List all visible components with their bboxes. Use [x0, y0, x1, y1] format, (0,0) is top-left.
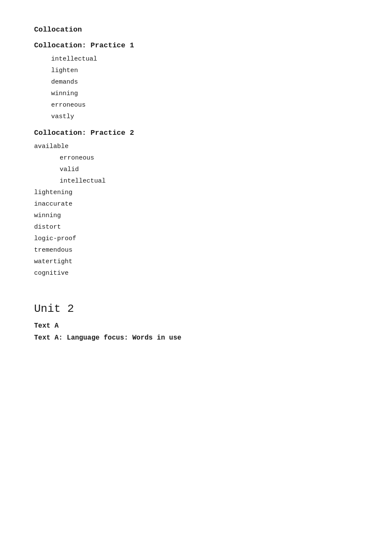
list-item: watertight [34, 258, 358, 265]
list-item: distort [34, 224, 358, 231]
collocation-heading: Collocation [34, 26, 358, 34]
list-item: intellectual [51, 55, 358, 63]
list-item: vastly [51, 113, 358, 120]
practice2-section: Collocation: Practice 2 available errone… [34, 129, 358, 277]
practice1-section: Collocation: Practice 1 intellectual lig… [34, 41, 358, 120]
practice1-heading: Collocation: Practice 1 [34, 41, 358, 49]
list-item: winning [34, 212, 358, 219]
text-a-label: Text A [34, 322, 358, 330]
list-item: lightening [34, 189, 358, 196]
text-a-sublabel: Text A: Language focus: Words in use [34, 334, 358, 342]
list-item: erroneous [60, 154, 358, 162]
practice2-heading: Collocation: Practice 2 [34, 129, 358, 137]
list-item: inaccurate [34, 200, 358, 208]
list-item: logic-proof [34, 235, 358, 242]
collocation-section: Collocation Collocation: Practice 1 inte… [34, 26, 358, 277]
list-item: available [34, 143, 358, 150]
list-item: tremendous [34, 247, 358, 254]
unit2-section: Unit 2 Text A Text A: Language focus: Wo… [34, 302, 358, 342]
list-item: valid [60, 166, 358, 173]
list-item: lighten [51, 67, 358, 74]
list-item: winning [51, 90, 358, 97]
list-item: erroneous [51, 102, 358, 109]
unit2-heading: Unit 2 [34, 302, 358, 315]
list-item: cognitive [34, 270, 358, 277]
list-item: demands [51, 78, 358, 86]
list-item: intellectual [60, 177, 358, 185]
